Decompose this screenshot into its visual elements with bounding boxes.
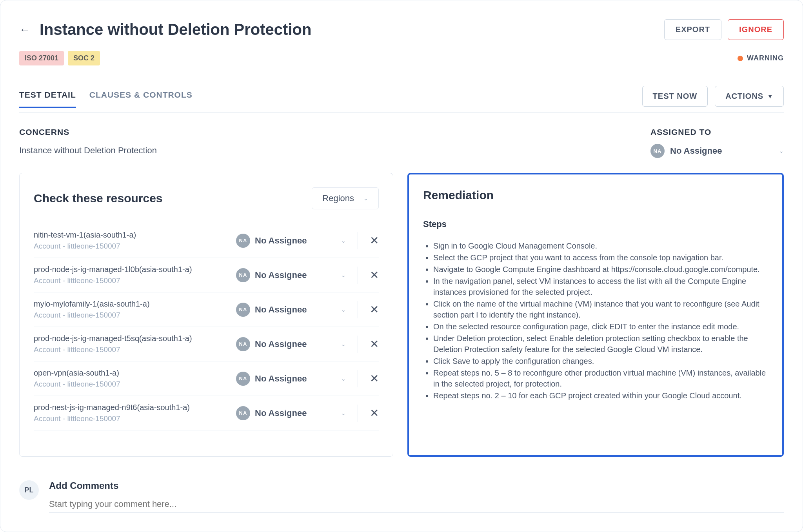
assignee-text: No Assignee (255, 408, 336, 418)
resource-row: prod-node-js-ig-managed-1l0b(asia-south1… (34, 258, 379, 292)
resource-account: Account - littleone-150007 (34, 414, 236, 423)
remediation-step: In the navigation panel, select VM insta… (433, 276, 768, 298)
test-now-button[interactable]: TEST NOW (642, 86, 708, 107)
assignee-avatar: NA (236, 268, 250, 282)
close-icon[interactable]: ✕ (370, 234, 379, 247)
resource-name: prod-node-js-ig-managed-t5sq(asia-south1… (34, 334, 236, 343)
row-divider (358, 370, 358, 387)
resource-account: Account - littleone-150007 (34, 380, 236, 389)
comments-avatar: PL (19, 480, 39, 500)
close-icon[interactable]: ✕ (370, 338, 379, 350)
actions-dropdown-button[interactable]: ACTIONS ▼ (715, 86, 784, 107)
resource-assignee-dropdown[interactable]: NANo Assignee⌄ (236, 234, 346, 248)
badges-row: ISO 27001 SOC 2 WARNING (19, 51, 784, 65)
assignee-text: No Assignee (255, 270, 336, 280)
caret-down-icon: ▼ (767, 93, 773, 100)
resource-account: Account - littleone-150007 (34, 276, 236, 285)
resource-row: prod-node-js-ig-managed-t5sq(asia-south1… (34, 327, 379, 361)
comments-input[interactable] (49, 499, 784, 513)
header-actions: EXPORT IGNORE (664, 19, 784, 40)
remediation-panel: Remediation Steps Sign in to Google Clou… (407, 173, 784, 457)
remediation-step: Repeat steps no. 5 – 8 to reconfigure ot… (433, 367, 768, 389)
resource-name: open-vpn(asia-south1-a) (34, 369, 236, 378)
actions-label: ACTIONS (725, 92, 763, 101)
badge-soc2: SOC 2 (68, 51, 100, 65)
back-arrow-icon[interactable]: ← (19, 24, 30, 36)
resource-info: prod-node-js-ig-managed-t5sq(asia-south1… (34, 334, 236, 354)
resource-account: Account - littleone-150007 (34, 242, 236, 251)
resource-info: open-vpn(asia-south1-a)Account - littleo… (34, 369, 236, 389)
remediation-step: Sign in to Google Cloud Management Conso… (433, 240, 768, 251)
assignee-avatar: NA (236, 337, 250, 351)
resource-row: nitin-test-vm-1(asia-south1-a)Account - … (34, 223, 379, 258)
comments-title: Add Comments (49, 480, 784, 491)
chevron-down-icon: ⌄ (779, 148, 784, 154)
resource-account: Account - littleone-150007 (34, 311, 236, 320)
meta-row: CONCERNS Instance without Deletion Prote… (19, 127, 784, 158)
resources-panel: Check these resources Regions ⌄ nitin-te… (19, 173, 393, 457)
resource-assignee-dropdown[interactable]: NANo Assignee⌄ (236, 303, 346, 317)
resource-name: mylo-mylofamily-1(asia-south1-a) (34, 300, 236, 309)
comments-body: Add Comments (49, 480, 784, 513)
resource-assignee-dropdown[interactable]: NANo Assignee⌄ (236, 268, 346, 282)
status-label: WARNING (747, 54, 784, 62)
row-divider (358, 405, 358, 422)
status-dot-icon (738, 56, 743, 61)
export-button[interactable]: EXPORT (664, 19, 721, 40)
assignee-text: No Assignee (255, 374, 336, 384)
resource-info: prod-nest-js-ig-managed-n9t6(asia-south1… (34, 403, 236, 423)
remediation-step: On the selected resource configuration p… (433, 321, 768, 332)
resource-info: mylo-mylofamily-1(asia-south1-a)Account … (34, 300, 236, 320)
chevron-down-icon: ⌄ (341, 272, 346, 278)
resource-row: open-vpn(asia-south1-a)Account - littleo… (34, 361, 379, 396)
assignee-avatar: NA (236, 234, 250, 248)
chevron-down-icon: ⌄ (341, 341, 346, 347)
row-divider (358, 336, 358, 353)
resource-info: prod-node-js-ig-managed-1l0b(asia-south1… (34, 265, 236, 285)
assignee-avatar: NA (236, 406, 250, 420)
row-divider (358, 267, 358, 284)
main-content: Check these resources Regions ⌄ nitin-te… (19, 173, 784, 457)
assignee-avatar: NA (236, 303, 250, 317)
resource-assignee-dropdown[interactable]: NANo Assignee⌄ (236, 337, 346, 351)
resource-assignee-dropdown[interactable]: NANo Assignee⌄ (236, 406, 346, 420)
close-icon[interactable]: ✕ (370, 303, 379, 316)
compliance-badges: ISO 27001 SOC 2 (19, 51, 100, 65)
resource-list: nitin-test-vm-1(asia-south1-a)Account - … (34, 223, 379, 442)
row-divider (358, 301, 358, 318)
remediation-step: Select the GCP project that you want to … (433, 252, 768, 263)
assignee-text: No Assignee (255, 236, 336, 246)
chevron-down-icon: ⌄ (363, 195, 368, 202)
tab-test-detail[interactable]: TEST DETAIL (19, 90, 76, 108)
page-root: ← Instance without Deletion Protection E… (0, 0, 803, 532)
steps-label: Steps (423, 219, 768, 229)
status-indicator: WARNING (738, 54, 784, 62)
comments-section: PL Add Comments (19, 480, 784, 513)
close-icon[interactable]: ✕ (370, 269, 379, 281)
tabs-list: TEST DETAIL CLAUSES & CONTROLS (19, 90, 193, 108)
remediation-step: Click on the name of the virtual machine… (433, 298, 768, 320)
assignee-text: No Assignee (255, 339, 336, 349)
page-title: Instance without Deletion Protection (40, 21, 311, 38)
resource-row: mylo-mylofamily-1(asia-south1-a)Account … (34, 292, 379, 327)
regions-dropdown[interactable]: Regions ⌄ (312, 187, 379, 209)
close-icon[interactable]: ✕ (370, 407, 379, 419)
regions-label: Regions (322, 193, 354, 203)
resource-assignee-dropdown[interactable]: NANo Assignee⌄ (236, 372, 346, 386)
tab-clauses-controls[interactable]: CLAUSES & CONTROLS (89, 90, 193, 108)
resource-row: prod-nest-js-ig-managed-n9t6(asia-south1… (34, 396, 379, 430)
resource-account: Account - littleone-150007 (34, 345, 236, 354)
assigned-value-row[interactable]: NA No Assignee ⌄ (650, 144, 784, 158)
assignee-avatar: NA (236, 372, 250, 386)
assignee-text: No Assignee (255, 305, 336, 315)
resource-name: prod-nest-js-ig-managed-n9t6(asia-south1… (34, 403, 236, 412)
close-icon[interactable]: ✕ (370, 372, 379, 385)
resources-title: Check these resources (34, 192, 163, 205)
remediation-steps-list: Sign in to Google Cloud Management Conso… (423, 240, 768, 402)
tabs-row: TEST DETAIL CLAUSES & CONTROLS TEST NOW … (19, 86, 784, 113)
ignore-button[interactable]: IGNORE (728, 19, 784, 40)
assignee-avatar: NA (650, 144, 665, 158)
resources-header: Check these resources Regions ⌄ (34, 187, 379, 209)
badge-iso27001: ISO 27001 (19, 51, 64, 65)
remediation-step: Repeat steps no. 2 – 10 for each GCP pro… (433, 390, 768, 401)
